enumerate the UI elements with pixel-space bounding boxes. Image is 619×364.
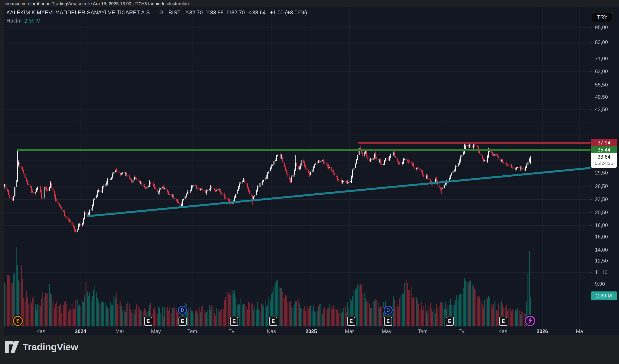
high-value: 33,88 <box>210 9 224 16</box>
time-tick-label: 2026 <box>536 328 548 334</box>
high-label: Y <box>206 9 210 16</box>
time-tick-label: Eyl <box>228 328 235 334</box>
low-value: 32,70 <box>231 9 245 16</box>
dividend-marker[interactable]: D <box>178 306 187 315</box>
price-tick-label: 26,50 <box>595 183 608 189</box>
open-value: 32,70 <box>189 9 203 16</box>
split-marker[interactable]: S <box>13 316 23 326</box>
time-tick-label: Ma <box>576 328 583 334</box>
price-tick-label: 71,00 <box>595 55 608 62</box>
change-value: +1,00 (+3,06%) <box>270 9 307 16</box>
time-tick-label: May <box>382 328 391 334</box>
bar-countdown: 05:24:25 <box>595 160 613 167</box>
time-tick-label: Eyl <box>458 328 465 334</box>
power-event-marker[interactable] <box>525 316 535 326</box>
time-tick-label: Mar <box>115 328 124 334</box>
time-tick-label: Kas <box>267 328 276 334</box>
symbol-title: KALEKİM KİMYEVİ MADDELER SANAYİ VE TİCAR… <box>6 9 181 16</box>
price-tick-label: 49,50 <box>595 94 608 100</box>
earnings-marker[interactable]: E <box>347 317 355 326</box>
earnings-marker[interactable]: E <box>269 317 277 326</box>
earnings-marker[interactable]: E <box>230 317 238 326</box>
tradingview-logo-icon <box>5 341 19 353</box>
price-tick-label: 12,50 <box>595 258 608 264</box>
open-label: A <box>185 9 189 16</box>
price-tick-label: 23,50 <box>595 196 608 202</box>
volume-label: Hacim <box>6 18 22 24</box>
time-tick-label: Mar <box>345 328 354 334</box>
earnings-marker[interactable]: E <box>384 317 392 326</box>
time-tick-label: Kas <box>498 328 507 334</box>
attribution-bar: fineancetime tarafından TradingView.com … <box>3 0 189 7</box>
earnings-marker[interactable]: E <box>499 317 507 326</box>
lightning-icon <box>528 318 533 324</box>
price-tick-label: 9,90 <box>595 281 605 287</box>
price-tick-label: 63,00 <box>595 68 608 74</box>
volume-row: Hacim 2,39 M <box>6 18 307 24</box>
earnings-marker[interactable]: E <box>446 317 454 326</box>
close-label: K <box>248 9 252 16</box>
last-price-value: 33,64 <box>598 154 610 160</box>
volume-value: 2,39 M <box>24 18 41 24</box>
price-tick-label: 83,00 <box>595 39 608 45</box>
earnings-marker[interactable]: E <box>144 317 152 326</box>
time-tick-label: May <box>151 328 161 334</box>
price-tick-label: 29,50 <box>595 170 608 176</box>
time-tick-label: Kas <box>36 328 45 334</box>
price-tick-label: 43,50 <box>595 107 608 112</box>
price-tick-label: 16,00 <box>595 234 608 240</box>
volume-axis-badge: 2,39 M <box>591 291 617 300</box>
tradingview-logo[interactable]: TradingView <box>5 341 78 353</box>
page: fineancetime tarafından TradingView.com … <box>0 0 619 364</box>
price-tick-label: 95,00 <box>595 25 608 30</box>
time-tick-label: Tem <box>418 328 427 334</box>
low-label: D <box>227 9 231 16</box>
symbol-row: KALEKİM KİMYEVİ MADDELER SANAYİ VE TİCAR… <box>6 9 307 16</box>
last-price-badge: 33,64 05:24:25 <box>591 153 617 168</box>
price-tick-label: 14,00 <box>595 247 608 253</box>
price-chart-canvas[interactable] <box>0 7 619 335</box>
price-tick-label: 20,50 <box>595 209 608 216</box>
tradingview-logo-text: TradingView <box>23 341 78 353</box>
close-value: 33,64 <box>252 9 266 16</box>
price-tick-label: 11,10 <box>595 269 607 275</box>
chart-widget: KALEKİM KİMYEVİ MADDELER SANAYİ VE TİCAR… <box>0 7 619 335</box>
time-tick-label: Tem <box>187 328 197 334</box>
time-tick-label: 2024 <box>75 328 86 334</box>
price-tick-label: 55,50 <box>595 82 608 88</box>
currency-toggle-button[interactable]: TRY <box>592 12 613 22</box>
dividend-marker[interactable]: D <box>384 306 393 315</box>
footer: TradingView <box>0 335 619 364</box>
earnings-marker[interactable]: E <box>179 317 187 326</box>
price-tick-label: 18,00 <box>595 222 608 228</box>
time-tick-label: 2025 <box>305 328 317 334</box>
chart-legend: KALEKİM KİMYEVİ MADDELER SANAYİ VE TİCAR… <box>6 9 307 24</box>
